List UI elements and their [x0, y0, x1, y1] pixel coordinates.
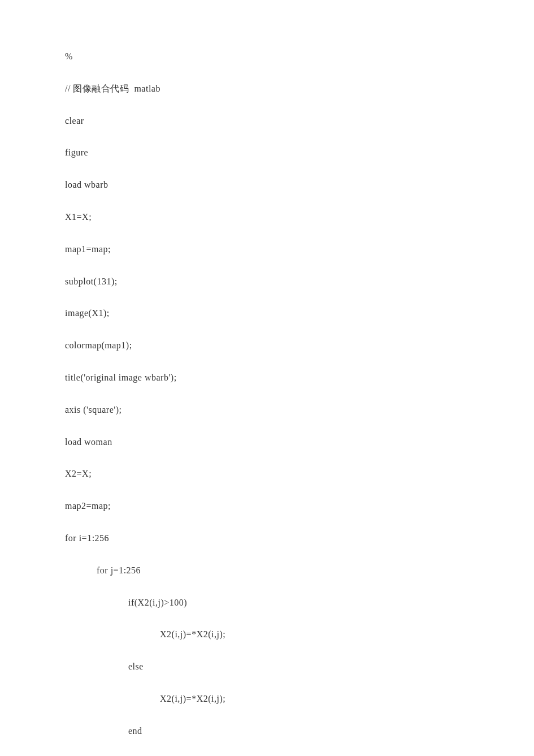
code-line: if(X2(i,j)>100) [65, 597, 469, 609]
document-page: % // 图像融合代码 matlab clear figure load wba… [0, 0, 534, 756]
code-line: load woman [65, 437, 469, 448]
code-line: colormap(map1); [65, 340, 469, 352]
code-line: clear [65, 115, 469, 127]
code-line: for i=1:256 [65, 533, 469, 545]
code-line: figure [65, 147, 469, 159]
code-line: X2=X; [65, 468, 469, 480]
code-line: X2(i,j)=*X2(i,j); [65, 693, 469, 705]
code-line: % [65, 51, 469, 63]
code-line: else [65, 661, 469, 673]
code-line: // 图像融合代码 matlab [65, 83, 469, 95]
code-line: axis ('square'); [65, 404, 469, 416]
code-line: X1=X; [65, 211, 469, 223]
code-line: load wbarb [65, 179, 469, 191]
code-line: map2=map; [65, 500, 469, 512]
code-line: image(X1); [65, 308, 469, 319]
code-line: title('original image wbarb'); [65, 372, 469, 384]
code-line: map1=map; [65, 244, 469, 256]
code-line: for j=1:256 [65, 565, 469, 577]
code-line: subplot(131); [65, 276, 469, 288]
code-line: X2(i,j)=*X2(i,j); [65, 629, 469, 641]
code-line: end [65, 725, 469, 737]
